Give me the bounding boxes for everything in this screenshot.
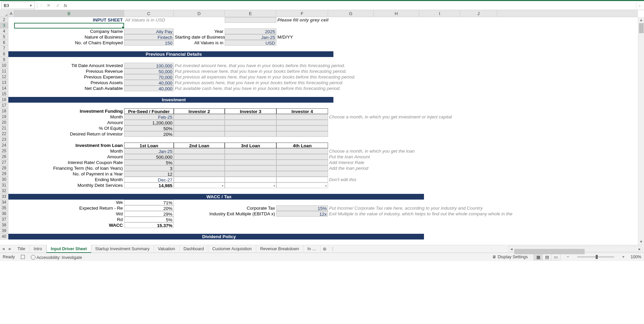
cell[interactable] (8, 46, 14, 51)
cell[interactable] (8, 182, 14, 188)
cell[interactable] (225, 154, 276, 160)
chairs-val[interactable]: 150 (124, 40, 174, 46)
start-date-val[interactable]: Jan-25 (225, 34, 276, 40)
cell[interactable] (276, 160, 328, 165)
scroll-down-icon[interactable]: ▼ (638, 239, 644, 245)
cell[interactable] (8, 74, 14, 80)
row-37[interactable]: 37 (0, 217, 8, 222)
funding-ret-val[interactable]: 20% (124, 131, 174, 137)
wd-label[interactable]: Wd (14, 211, 124, 217)
exit-note[interactable]: Exit Multiple is the value of industry, … (328, 211, 529, 217)
row-32[interactable]: 32 (0, 188, 8, 194)
row-23[interactable]: 23 (0, 137, 8, 143)
prevfin-val[interactable]: 50,000 (124, 68, 174, 74)
cell[interactable] (225, 131, 276, 137)
cell[interactable] (8, 125, 14, 131)
prevfin-note[interactable]: Put previous assets here, that you have … (174, 80, 442, 86)
row-30[interactable]: 30 (0, 177, 8, 182)
confirm-formula-button[interactable]: ✓ (54, 2, 62, 9)
prevfin-label[interactable]: Previous Assets (14, 80, 124, 86)
row-13[interactable]: 13 (0, 80, 8, 86)
loan-rate-label[interactable]: Interest Rate/ Coupon Rate (14, 160, 124, 165)
row-36[interactable]: 36 (0, 211, 8, 217)
loan-end-label[interactable]: Ending Month (14, 177, 124, 182)
row-6[interactable]: 6 (0, 40, 8, 46)
cell[interactable] (14, 23, 124, 29)
cell[interactable] (174, 177, 225, 182)
loan-dash[interactable]: - (225, 182, 276, 188)
input-sheet-title[interactable]: INPUT SHEET (14, 17, 124, 23)
tax-note[interactable]: Put Income/ Corporate Tax rate here, acc… (328, 205, 529, 211)
cell[interactable] (8, 103, 14, 108)
loan-month-label[interactable]: Month (14, 148, 124, 154)
tab-next-icon[interactable]: ► (8, 247, 12, 251)
cell[interactable] (8, 131, 14, 137)
year-val[interactable]: 2025 (225, 29, 276, 34)
row-22[interactable]: 22 (0, 131, 8, 137)
cell[interactable] (8, 29, 14, 34)
cell[interactable] (225, 165, 276, 171)
funding-ret-label[interactable]: Desired Return of Investor (14, 131, 124, 137)
scroll-thumb[interactable] (639, 23, 644, 33)
row-38[interactable]: 38 (0, 222, 8, 228)
loan-dash[interactable]: - (174, 182, 225, 188)
prevfin-val[interactable]: 100,000 (124, 63, 174, 68)
rd-label[interactable]: Rd (14, 217, 124, 222)
prevfin-note[interactable]: Put invested amount here, that you have … (174, 63, 442, 68)
loan-end-val[interactable]: Dec-27 (124, 177, 174, 182)
row-18[interactable]: 18 (0, 108, 8, 114)
tab-prev-icon[interactable]: ◄ (1, 247, 5, 251)
cell[interactable] (8, 200, 14, 205)
menu-dots-icon[interactable]: ⋮ (39, 3, 43, 8)
normal-view-button[interactable]: ▦ (534, 254, 543, 260)
row-12[interactable]: 12 (0, 74, 8, 80)
cell[interactable] (174, 160, 225, 165)
funding-amount-label[interactable]: Amount (14, 120, 124, 125)
cell[interactable] (8, 91, 14, 97)
prevfin-label[interactable]: Previous Expenses (14, 74, 124, 80)
row-3[interactable]: 3 (0, 23, 8, 29)
hscroll-thumb[interactable] (514, 249, 585, 254)
loan-note[interactable]: Add Interest Rate (328, 160, 462, 165)
cell[interactable] (225, 125, 276, 131)
row-19[interactable]: 19 (0, 114, 8, 120)
loan-npay-val[interactable]: 12 (124, 171, 174, 177)
tax-val[interactable]: 15% (276, 205, 328, 211)
year-label[interactable]: Year (174, 29, 225, 34)
zoom-level[interactable]: 100% (631, 255, 641, 259)
tax-label[interactable]: Corporate Tax (225, 205, 276, 211)
cell[interactable] (276, 171, 328, 177)
col-I[interactable]: I (419, 10, 460, 17)
re-val[interactable]: 20% (124, 205, 174, 211)
exit-val[interactable]: 12x (276, 211, 328, 217)
cell[interactable] (8, 222, 14, 228)
add-sheet-button[interactable]: ⊕ (321, 246, 329, 252)
cell[interactable] (8, 205, 14, 211)
vertical-scrollbar[interactable]: ▲ ▼ (638, 17, 644, 245)
tab-input-driver-sheet[interactable]: Input Driver Sheet (46, 245, 91, 253)
row-26[interactable]: 26 (0, 154, 8, 160)
start-date-label[interactable]: Starting date of Business (174, 34, 225, 40)
cell[interactable] (174, 148, 225, 154)
horizontal-scrollbar[interactable]: ◄ ► (508, 246, 643, 252)
row-2[interactable]: 2 (0, 17, 8, 23)
cell[interactable] (328, 17, 374, 23)
investment-header[interactable]: Investment (14, 97, 333, 103)
funding-equity-label[interactable]: % Of Equity (14, 125, 124, 131)
cell[interactable] (8, 23, 14, 29)
col-H[interactable]: H (374, 10, 419, 17)
row-15[interactable]: 15 (0, 91, 8, 97)
all-values-in-val[interactable]: USD (225, 40, 276, 46)
cell[interactable] (225, 160, 276, 165)
tab-title[interactable]: Title (13, 245, 30, 253)
prev-fin-header[interactable]: Previous Financial Details (14, 51, 333, 57)
cell[interactable] (8, 211, 14, 217)
tab-nav[interactable]: ◄► (0, 247, 13, 251)
cell[interactable] (8, 63, 14, 68)
cell[interactable] (8, 217, 14, 222)
cell[interactable] (276, 177, 328, 182)
loan-note[interactable]: Add the loan period (328, 165, 462, 171)
name-box[interactable]: B3 ▼ (1, 2, 35, 9)
cell[interactable] (174, 114, 225, 120)
loan-col[interactable]: 2nd Loan (174, 143, 225, 148)
